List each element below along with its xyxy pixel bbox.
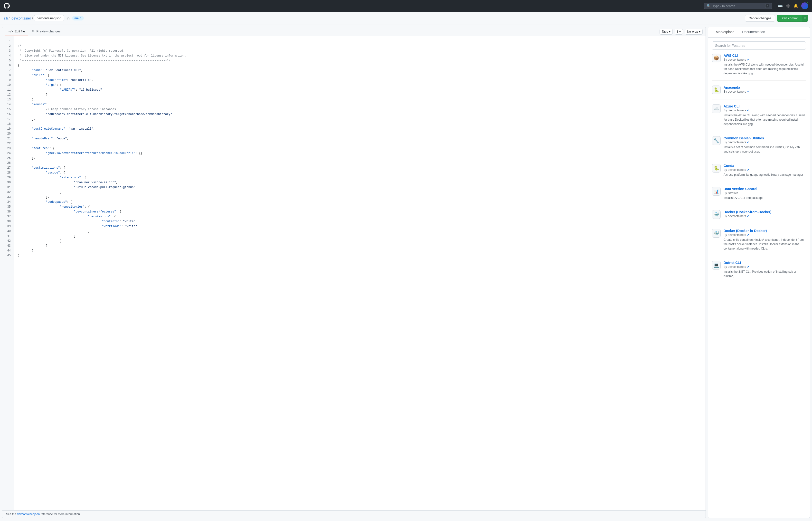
verified-icon: ✔ (747, 109, 749, 112)
search-placeholder: Type / to search (713, 4, 763, 8)
code-editor[interactable]: /*--------------------------------------… (14, 36, 706, 510)
feature-info: Data Version Control By iterative Instal… (723, 187, 806, 200)
feature-desc: Installs DVC CLI deb package (723, 196, 806, 200)
indent-mode-label: Tabs (662, 30, 668, 33)
feature-desc: Installs a set of common command line ut… (723, 145, 806, 154)
tab-marketplace[interactable]: Marketplace (712, 27, 738, 37)
feature-item: 🐍 Conda By devcontainers ✔ A cross-platf… (712, 164, 806, 182)
code-area[interactable]: 12345 678910 1112131415 1617181920 21222… (2, 36, 706, 510)
feature-icon: 🐍 (712, 86, 721, 94)
feature-name[interactable]: Docker (Docker-from-Docker) (723, 210, 806, 214)
feature-item: 🐳 Docker (Docker-in-Docker) By devcontai… (712, 229, 806, 256)
feature-desc: Installs the Azure CLI along with needed… (723, 113, 806, 126)
feature-author: By devcontainers ✔ (723, 233, 806, 236)
feature-name[interactable]: Data Version Control (723, 187, 806, 191)
feature-info: Anaconda By devcontainers ✔ (723, 86, 806, 94)
search-kbd: / (765, 4, 769, 8)
feature-icon: 🐳 (712, 210, 721, 219)
preview-icon: 👁 (32, 29, 35, 33)
editor-panel: </> Edit file 👁 Preview changes Tabs ▾ 8… (2, 27, 706, 518)
verified-icon: ✔ (747, 265, 749, 269)
feature-desc: Create child containers *inside* a conta… (723, 237, 806, 251)
feature-author: By devcontainers ✔ (723, 58, 806, 62)
notification-icon[interactable]: 🔔 (793, 4, 798, 8)
top-nav: 🔍 Type / to search / ⌨️ ➕ 🔔 (0, 0, 812, 12)
feature-icon: 🔧 (712, 136, 721, 145)
folder-link[interactable]: .devcontainer (10, 16, 31, 20)
feature-name[interactable]: AWS CLI (723, 53, 806, 58)
feature-info: Azure CLI By devcontainers ✔ Installs th… (723, 104, 806, 126)
feature-author: By devcontainers ✔ (723, 168, 806, 172)
feature-author: By devcontainers ✔ (723, 90, 806, 93)
plus-icon[interactable]: ➕ (786, 4, 791, 8)
search-icon: 🔍 (707, 4, 711, 8)
footer-after: reference for more information (41, 513, 80, 516)
feature-info: Docker (Docker-in-Docker) By devcontaine… (723, 229, 806, 251)
preview-tab-label: Preview changes (36, 29, 61, 33)
branch-badge: main (72, 16, 84, 21)
feature-author: By iterative (723, 191, 806, 195)
repo-link[interactable]: cli (4, 16, 8, 20)
feature-name[interactable]: Azure CLI (723, 104, 806, 108)
sidebar: Marketplace Documentation 📦 AWS CLI By d… (708, 27, 810, 518)
commit-button-group: Start commit ▾ (777, 15, 808, 22)
line-numbers: 12345 678910 1112131415 1617181920 21222… (2, 36, 14, 510)
wrap-select[interactable]: No wrap ▾ (685, 29, 703, 35)
tab-edit-file[interactable]: </> Edit file (5, 27, 28, 36)
feature-desc: A cross-platform, language-agnostic bina… (723, 173, 806, 177)
tab-preview-changes[interactable]: 👁 Preview changes (28, 27, 64, 36)
feature-name[interactable]: Dotnet CLI (723, 261, 806, 265)
github-logo[interactable] (4, 3, 10, 9)
main-layout: </> Edit file 👁 Preview changes Tabs ▾ 8… (0, 25, 812, 520)
terminal-icon[interactable]: ⌨️ (778, 4, 783, 8)
feature-item: 🔧 Common Debian Utilities By devcontaine… (712, 136, 806, 159)
feature-desc: Installs the .NET CLI. Provides option o… (723, 270, 806, 278)
edit-icon: </> (8, 29, 13, 33)
edit-tab-label: Edit file (15, 29, 25, 33)
feature-author: By devcontainers ✔ (723, 265, 806, 269)
feature-item: ☁️ Azure CLI By devcontainers ✔ Installs… (712, 104, 806, 131)
sidebar-content: 📦 AWS CLI By devcontainers ✔ Installs th… (708, 38, 810, 518)
feature-info: Dotnet CLI By devcontainers ✔ Installs t… (723, 261, 806, 278)
feature-item: 📦 AWS CLI By devcontainers ✔ Installs th… (712, 53, 806, 81)
feature-name[interactable]: Docker (Docker-in-Docker) (723, 229, 806, 233)
footer-link[interactable]: devcontainer.json (17, 513, 40, 516)
editor-footer: See the devcontainer.json reference for … (2, 510, 706, 518)
indent-size-chevron: ▾ (679, 30, 681, 33)
indent-mode-select[interactable]: Tabs ▾ (660, 29, 672, 35)
cancel-changes-button[interactable]: Cancel changes (745, 15, 775, 22)
feature-name[interactable]: Anaconda (723, 86, 806, 89)
feature-name[interactable]: Common Debian Utilities (723, 136, 806, 140)
commit-dropdown-button[interactable]: ▾ (802, 15, 808, 22)
feature-item: 🐳 Docker (Docker-from-Docker) By devcont… (712, 210, 806, 224)
feature-icon: 📊 (712, 187, 721, 196)
indent-size-label: 8 (677, 30, 678, 33)
feature-info: AWS CLI By devcontainers ✔ Installs the … (723, 53, 806, 75)
editor-options: Tabs ▾ 8 ▾ No wrap ▾ (660, 29, 703, 35)
verified-icon: ✔ (747, 58, 749, 62)
verified-icon: ✔ (747, 141, 749, 144)
wrap-chevron: ▾ (699, 30, 700, 33)
features-list: 📦 AWS CLI By devcontainers ✔ Installs th… (712, 53, 806, 283)
search-features-input[interactable] (712, 41, 806, 50)
feature-item: 💻 Dotnet CLI By devcontainers ✔ Installs… (712, 261, 806, 283)
feature-icon: 🐍 (712, 164, 721, 173)
file-name: devcontainer.json (34, 15, 64, 21)
verified-icon: ✔ (747, 214, 749, 218)
avatar-status-dot (807, 2, 809, 4)
feature-name[interactable]: Conda (723, 164, 806, 168)
feature-info: Docker (Docker-from-Docker) By devcontai… (723, 210, 806, 219)
indent-chevron: ▾ (669, 30, 670, 33)
tab-documentation[interactable]: Documentation (738, 27, 769, 37)
global-search[interactable]: 🔍 Type / to search / (704, 3, 772, 9)
feature-item: 📊 Data Version Control By iterative Inst… (712, 187, 806, 205)
feature-info: Conda By devcontainers ✔ A cross-platfor… (723, 164, 806, 177)
feature-desc: Installs the AWS CLI along with needed d… (723, 62, 806, 75)
footer-text: See the (6, 513, 16, 516)
top-nav-actions: ⌨️ ➕ 🔔 (778, 2, 808, 9)
breadcrumb-sep-1: / (9, 16, 10, 20)
feature-icon: 🐳 (712, 229, 721, 237)
avatar[interactable] (801, 2, 808, 9)
indent-size-select[interactable]: 8 ▾ (675, 29, 683, 35)
start-commit-button[interactable]: Start commit (777, 15, 802, 22)
